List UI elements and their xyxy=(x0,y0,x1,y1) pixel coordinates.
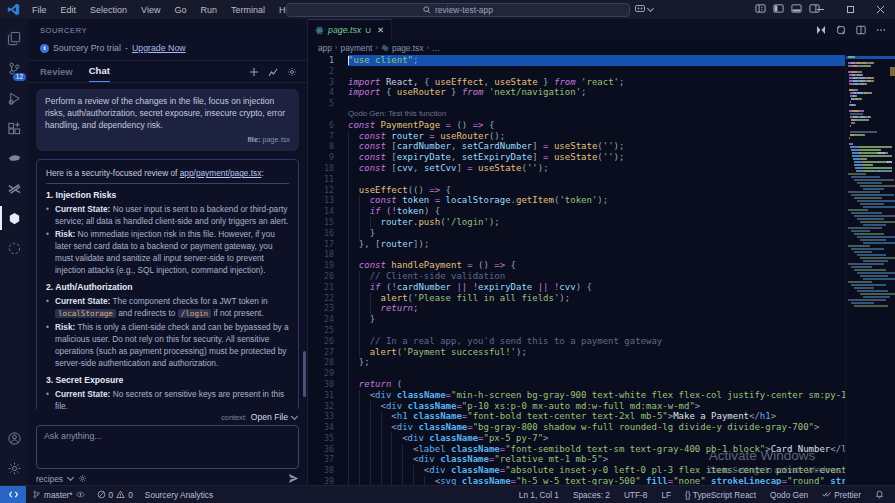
code-editor[interactable]: 1"use client";23import React, { useEffec… xyxy=(308,55,845,485)
sourcery-hexagon-icon[interactable] xyxy=(0,203,28,233)
code-line[interactable]: 36 <label className="font-semibold text-… xyxy=(308,444,845,455)
codelens-qodo[interactable]: Qodo Gen: Test this function xyxy=(308,109,845,120)
code-line[interactable]: 25 xyxy=(308,325,845,336)
extensions-icon[interactable] xyxy=(0,113,28,143)
toggle-panel-icon[interactable] xyxy=(791,3,802,14)
code-line[interactable]: 35 <div className="px-5 py-7"> xyxy=(308,433,845,444)
settings-gear-icon[interactable] xyxy=(0,453,28,483)
code-line[interactable]: 21 if (!cardNumber || !expiryDate || !cv… xyxy=(308,282,845,293)
tab-close-icon[interactable]: ✕ xyxy=(377,25,384,35)
code-line[interactable]: 3import React, { useEffect, useState } f… xyxy=(308,77,845,88)
code-line[interactable]: 11 xyxy=(308,174,845,185)
menu-view[interactable]: View xyxy=(135,3,166,17)
menu-run[interactable]: Run xyxy=(194,3,223,17)
status-item-spaces-2[interactable]: Spaces: 2 xyxy=(566,486,617,503)
minimize-button[interactable] xyxy=(805,0,835,19)
code-line[interactable]: 24 } xyxy=(308,314,845,325)
menu-selection[interactable]: Selection xyxy=(84,3,133,17)
code-line[interactable]: 22 alert('Please fill in all fields'); xyxy=(308,293,845,304)
status-item-lf[interactable]: LF xyxy=(654,486,678,503)
code-line[interactable]: 18 xyxy=(308,249,845,260)
tab-chat[interactable]: Chat xyxy=(89,61,110,82)
recipes-chevron-icon[interactable] xyxy=(67,474,74,481)
source-control-icon[interactable]: 12 xyxy=(0,53,28,83)
status-item-prettier[interactable]: Prettier xyxy=(815,486,868,503)
status-item--typescript-react[interactable]: {} TypeScript React xyxy=(678,486,763,503)
code-line[interactable]: 4import { useRouter } from 'next/navigat… xyxy=(308,87,845,98)
code-line[interactable]: 1"use client"; xyxy=(308,55,845,66)
status-item-ln-1-col-1[interactable]: Ln 1, Col 1 xyxy=(512,486,566,503)
code-line[interactable]: 37 <div className="relative mt-1 mb-5"> xyxy=(308,454,845,465)
minimap[interactable] xyxy=(845,55,895,485)
code-line[interactable]: 32 <div className="p-10 xs:p-0 mx-auto m… xyxy=(308,401,845,412)
open-changes-icon[interactable] xyxy=(836,25,846,35)
menu-file[interactable]: File xyxy=(26,3,53,17)
breadcrumb-item[interactable]: page.tsx xyxy=(392,43,423,53)
status-item-qodo-gen[interactable]: Qodo Gen xyxy=(763,486,815,503)
more-actions-icon[interactable] xyxy=(876,25,886,35)
recipes-dropdown[interactable]: recipes xyxy=(36,474,63,484)
breadcrumb[interactable]: app›payment›page.tsx›… xyxy=(308,40,895,55)
menu-terminal[interactable]: Terminal xyxy=(225,3,271,17)
code-line[interactable]: 34 <div className="bg-gray-800 shadow w-… xyxy=(308,422,845,433)
customize-layout-icon[interactable] xyxy=(755,3,766,14)
breadcrumb-item[interactable]: payment xyxy=(341,43,373,53)
qodo-dashed-circle-icon[interactable] xyxy=(0,233,28,263)
code-line[interactable]: 14 if (!token) { xyxy=(308,206,845,217)
problems-status[interactable]: 0 0 xyxy=(91,486,139,503)
code-line[interactable]: 17 }, [router]); xyxy=(308,239,845,250)
breadcrumb-item[interactable]: app xyxy=(318,43,332,53)
command-search-input[interactable]: review-test-app xyxy=(286,3,630,17)
new-chat-plus-icon[interactable] xyxy=(249,67,259,77)
analytics-chart-icon[interactable] xyxy=(268,67,278,77)
code-line[interactable]: 30 return ( xyxy=(308,379,845,390)
code-line[interactable]: 29 xyxy=(308,368,845,379)
chat-history[interactable]: Perform a review of the changes in the f… xyxy=(28,83,307,409)
code-line[interactable]: 2 xyxy=(308,66,845,77)
code-line[interactable]: 28 }; xyxy=(308,357,845,368)
code-line[interactable]: 13 const token = localStorage.getItem('t… xyxy=(308,195,845,206)
code-line[interactable]: 26 // In a real app, you'd send this to … xyxy=(308,336,845,347)
menu-edit[interactable]: Edit xyxy=(55,3,83,17)
code-line[interactable]: 19 const handlePayment = () => { xyxy=(308,260,845,271)
explorer-icon[interactable] xyxy=(0,23,28,53)
maximize-button[interactable] xyxy=(835,0,865,19)
git-branch-status[interactable]: master* xyxy=(26,486,91,503)
send-icon[interactable] xyxy=(288,473,299,484)
code-line[interactable]: 7 const router = useRouter(); xyxy=(308,131,845,142)
ask-anything-input[interactable]: Ask anything... xyxy=(36,425,299,469)
code-line[interactable]: 15 router.push('/login'); xyxy=(308,217,845,228)
toggle-sidebar-icon[interactable] xyxy=(773,3,784,14)
code-line[interactable]: 33 <h1 className="font-bold text-center … xyxy=(308,411,845,422)
run-debug-icon[interactable] xyxy=(0,83,28,113)
sourcery-analytics-status[interactable]: Sourcery Analytics xyxy=(139,486,219,503)
code-line[interactable]: 12 useEffect(() => { xyxy=(308,185,845,196)
close-button[interactable] xyxy=(865,0,895,19)
code-line[interactable]: 23 return; xyxy=(308,303,845,314)
code-line[interactable]: 38 <div className="absolute inset-y-0 le… xyxy=(308,465,845,476)
remote-indicator[interactable] xyxy=(0,486,26,503)
context-chevron-icon[interactable] xyxy=(291,412,298,419)
code-line[interactable]: 39 <svg className="h-5 w-5 text-gray-500… xyxy=(308,476,845,485)
code-line[interactable]: 6const PaymentPage = () => { xyxy=(308,120,845,131)
status-item-utf-8[interactable]: UTF-8 xyxy=(617,486,655,503)
menu-go[interactable]: Go xyxy=(168,3,192,17)
code-line[interactable]: 9 const [expiryDate, setExpiryDate] = us… xyxy=(308,152,845,163)
context-value[interactable]: Open File xyxy=(251,412,288,422)
extension-hand-icon[interactable] xyxy=(0,143,28,173)
upgrade-now-link[interactable]: Upgrade Now xyxy=(132,43,186,53)
code-line[interactable]: 8 const [cardNumber, setCardNumber] = us… xyxy=(308,141,845,152)
code-line[interactable]: 5 xyxy=(308,98,845,109)
tab-page-tsx[interactable]: page.tsx U ✕ xyxy=(308,19,392,40)
chat-scrollbar[interactable] xyxy=(303,351,306,397)
run-actions-icon[interactable] xyxy=(816,25,826,35)
file-link[interactable]: app/payment/page.tsx xyxy=(180,168,262,178)
breadcrumb-item[interactable]: … xyxy=(432,43,440,53)
code-line[interactable]: 16 } xyxy=(308,228,845,239)
copilot-menu[interactable] xyxy=(634,3,653,15)
recipes-gear-icon[interactable] xyxy=(78,474,87,483)
panel-settings-gear-icon[interactable] xyxy=(287,67,297,77)
code-line[interactable]: 31 <div className="min-h-screen bg-gray-… xyxy=(308,390,845,401)
code-line[interactable]: 10 const [cvv, setCvv] = useState(''); xyxy=(308,163,845,174)
split-editor-icon[interactable] xyxy=(856,25,866,35)
